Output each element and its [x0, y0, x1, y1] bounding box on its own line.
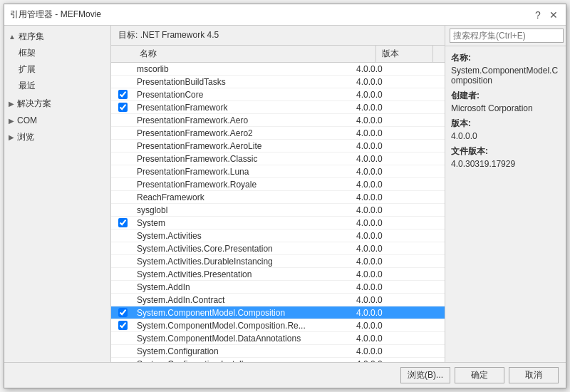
row-version: 4.0.0.0	[353, 76, 410, 88]
row-version: 4.0.0.0	[353, 166, 410, 177]
row-version: 4.0.0.0	[353, 294, 410, 306]
table-row[interactable]: System.ComponentModel.Composition.Re...4…	[111, 319, 445, 332]
row-version: 4.0.0.0	[353, 346, 410, 357]
row-name: PresentationFramework.Royale	[134, 179, 353, 190]
right-panel: 🔍 名称: System.ComponentModel.Composition …	[445, 26, 566, 362]
creator-label: 创建者:	[451, 90, 560, 102]
content-area: ▲ 程序集 框架 扩展 最近 ▶ 解决方案	[4, 26, 566, 362]
close-button[interactable]: ✕	[547, 9, 560, 21]
row-name: PresentationCore	[134, 89, 353, 100]
row-name: System	[134, 217, 353, 229]
ok-button[interactable]: 确定	[455, 367, 504, 383]
row-name: System.ComponentModel.Composition.Re...	[134, 320, 353, 331]
table-row[interactable]: System.AddIn4.0.0.0	[111, 281, 445, 294]
solution-label: 解决方案	[17, 98, 51, 110]
main-panel: 目标: .NET Framework 4.5 名称 版本 mscorlib4.0…	[111, 26, 445, 362]
sidebar-item-extensions[interactable]: 扩展	[4, 61, 110, 78]
sidebar-group-header-solution[interactable]: ▶ 解决方案	[4, 96, 110, 112]
table-row[interactable]: System.Activities.DurableInstancing4.0.0…	[111, 255, 445, 268]
sidebar-group-header-com[interactable]: ▶ COM	[4, 113, 110, 128]
row-name: System.AddIn	[134, 282, 353, 293]
table-row[interactable]: System.Activities.Core.Presentation4.0.0…	[111, 242, 445, 255]
table-row[interactable]: System.AddIn.Contract4.0.0.0	[111, 294, 445, 306]
row-name: PresentationFramework.Aero2	[134, 128, 353, 139]
arrow-icon-solution: ▶	[9, 100, 14, 108]
row-checkbox[interactable]	[118, 103, 128, 112]
info-panel: 名称: System.ComponentModel.Composition 创建…	[445, 46, 566, 362]
table-row[interactable]: System.Activities4.0.0.0	[111, 229, 445, 242]
checkbox-cell	[111, 321, 134, 330]
table-row[interactable]: System.ComponentModel.Composition4.0.0.0	[111, 306, 445, 319]
table-row[interactable]: PresentationFramework.Aero4.0.0.0	[111, 114, 445, 127]
sidebar-group-com: ▶ COM	[4, 113, 110, 128]
list-container[interactable]: 名称 版本 mscorlib4.0.0.0PresentationBuildTa…	[111, 46, 445, 362]
sidebar-group-solution: ▶ 解决方案	[4, 96, 110, 112]
row-version: 4.0.0.0	[353, 128, 410, 139]
row-checkbox[interactable]	[118, 90, 128, 99]
row-name: sysglobl	[134, 205, 353, 216]
dialog: 引用管理器 - MEFMovie ? ✕ ▲ 程序集 框架 扩展 最近	[4, 4, 566, 388]
table-row[interactable]: PresentationFramework.Royale4.0.0.0	[111, 178, 445, 191]
row-name: PresentationFramework	[134, 102, 353, 113]
row-name: PresentationFramework.AeroLite	[134, 140, 353, 152]
sidebar-item-recent[interactable]: 最近	[4, 78, 110, 94]
version-label: 版本:	[451, 118, 560, 130]
arrow-icon: ▲	[9, 33, 16, 41]
table-row[interactable]: System.Activities.Presentation4.0.0.0	[111, 268, 445, 281]
col-header-version: 版本	[376, 46, 433, 62]
row-version: 4.0.0.0	[353, 333, 410, 344]
arrow-icon-com: ▶	[9, 117, 14, 125]
sidebar-group-browse: ▶ 浏览	[4, 129, 110, 145]
row-name: ReachFramework	[134, 192, 353, 203]
com-label: COM	[17, 115, 37, 125]
table-row[interactable]: PresentationBuildTasks4.0.0.0	[111, 76, 445, 88]
row-version: 4.0.0.0	[353, 256, 410, 267]
help-button[interactable]: ?	[532, 9, 544, 21]
list-header: 名称 版本	[111, 46, 445, 63]
checkbox-cell	[111, 90, 134, 99]
table-row[interactable]: PresentationCore4.0.0.0	[111, 88, 445, 101]
sidebar-group-header-browse[interactable]: ▶ 浏览	[4, 129, 110, 145]
row-version: 4.0.0.0	[353, 192, 410, 203]
table-row[interactable]: PresentationFramework.Classic4.0.0.0	[111, 153, 445, 165]
table-row[interactable]: PresentationFramework.Aero24.0.0.0	[111, 127, 445, 140]
table-row[interactable]: System.Configuration4.0.0.0	[111, 345, 445, 358]
row-name: System.ComponentModel.Composition	[134, 307, 353, 319]
row-version: 4.0.0.0	[353, 140, 410, 152]
search-input[interactable]	[450, 29, 564, 43]
row-version: 4.0.0.0	[353, 269, 410, 280]
row-version: 4.0.0.0	[353, 307, 410, 319]
sidebar: ▲ 程序集 框架 扩展 最近 ▶ 解决方案	[4, 26, 111, 362]
search-bar: 🔍	[445, 26, 566, 46]
row-name: System.Configuration	[134, 346, 353, 357]
row-checkbox[interactable]	[118, 218, 128, 227]
col-header-name: 名称	[134, 46, 376, 62]
checkbox-cell	[111, 308, 134, 317]
table-row[interactable]: PresentationFramework.AeroLite4.0.0.0	[111, 140, 445, 153]
table-row[interactable]: sysglobl4.0.0.0	[111, 204, 445, 217]
row-version: 4.0.0.0	[353, 243, 410, 254]
row-version: 4.0.0.0	[353, 217, 410, 229]
row-version: 4.0.0.0	[353, 63, 410, 75]
row-checkbox[interactable]	[118, 321, 128, 330]
table-row[interactable]: System.ComponentModel.DataAnnotations4.0…	[111, 332, 445, 345]
table-row[interactable]: ReachFramework4.0.0.0	[111, 191, 445, 204]
sidebar-item-framework[interactable]: 框架	[4, 45, 110, 61]
table-row[interactable]: System4.0.0.0	[111, 217, 445, 229]
row-name: mscorlib	[134, 63, 353, 75]
browse-button[interactable]: 浏览(B)...	[400, 367, 450, 383]
row-version: 4.0.0.0	[353, 282, 410, 293]
row-name: System.Activities	[134, 230, 353, 242]
table-row[interactable]: mscorlib4.0.0.0	[111, 63, 445, 76]
row-version: 4.0.0.0	[353, 115, 410, 126]
row-version: 4.0.0.0	[353, 153, 410, 165]
row-version: 4.0.0.0	[353, 89, 410, 100]
row-name: PresentationFramework.Luna	[134, 166, 353, 177]
creator-value: Microsoft Corporation	[451, 103, 560, 113]
title-controls: ? ✕	[532, 9, 560, 21]
cancel-button[interactable]: 取消	[509, 367, 559, 383]
table-row[interactable]: PresentationFramework4.0.0.0	[111, 101, 445, 114]
sidebar-group-header-assemblies[interactable]: ▲ 程序集	[4, 29, 110, 45]
row-checkbox[interactable]	[118, 308, 128, 317]
table-row[interactable]: PresentationFramework.Luna4.0.0.0	[111, 165, 445, 178]
